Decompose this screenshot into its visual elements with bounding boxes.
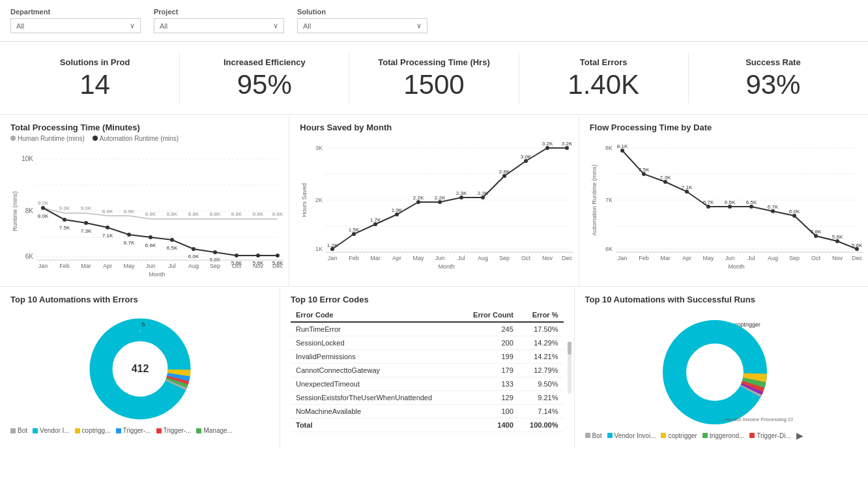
svg-text:6.0K: 6.0K [788, 209, 800, 214]
error-code-cell: SessionLocked [291, 336, 460, 350]
error-code-cell: SessionExistsforTheUserWhenUnattended [291, 391, 460, 405]
total-count: 1400 [460, 418, 519, 432]
chart-flow-svg: 8K 7K 6K Automation Runtime (mins) 8.1K … [590, 135, 863, 275]
svg-text:Feb: Feb [639, 255, 649, 261]
table-row: CannotConnecttoGateway17912.79% [291, 364, 564, 377]
flow-processing-line [622, 151, 857, 249]
table-row: UnexpectedTimeout1339.50% [291, 377, 564, 391]
svg-point-21 [41, 206, 45, 210]
svg-text:9.0K: 9.0K [81, 205, 92, 211]
svg-text:6.6K: 6.6K [145, 242, 156, 248]
svg-text:8.9K: 8.9K [102, 209, 113, 214]
kpi-errors: Total Errors 1.40K [519, 52, 689, 104]
svg-text:Feb: Feb [59, 263, 70, 269]
chart-hours-saved: Hours Saved by Month 3K 2K 1K Hours Save… [289, 115, 579, 286]
svg-text:May: May [413, 255, 425, 261]
svg-text:Apr: Apr [682, 255, 691, 261]
svg-point-32 [276, 254, 280, 257]
svg-text:Month: Month [149, 271, 165, 276]
donut-errors-title: Top 10 Automations with Errors [10, 295, 269, 304]
svg-text:5.6K: 5.6K [851, 242, 862, 248]
svg-text:10K: 10K [22, 155, 33, 162]
legend-more[interactable]: ▶ [796, 430, 803, 441]
scroll-bar[interactable] [568, 342, 571, 394]
svg-text:Apr: Apr [392, 255, 401, 261]
svg-text:7.5K: 7.5K [638, 167, 649, 173]
svg-point-23 [84, 221, 88, 225]
svg-text:1.7K: 1.7K [370, 217, 381, 223]
solution-filter: Solution All ∨ [297, 8, 427, 33]
svg-text:8.1K: 8.1K [616, 143, 628, 149]
error-count-cell: 129 [460, 391, 519, 405]
solution-label: Solution [297, 8, 427, 16]
kpi-processing-label: Total Processing Time (Hrs) [360, 57, 508, 67]
svg-text:Month: Month [728, 263, 744, 270]
svg-point-27 [170, 238, 174, 242]
solution-select[interactable]: All ∨ [297, 18, 427, 33]
svg-text:Jan: Jan [38, 263, 48, 269]
donut-success-legend: Bot Vendor Invoi... coptrigger triggeron… [585, 430, 858, 441]
legend-trigger2: Trigger-... [156, 427, 192, 434]
chart-hours-title: Hours Saved by Month [300, 123, 568, 132]
table-row: RunTimeError24517.50% [291, 322, 564, 336]
svg-text:5.6K: 5.6K [832, 234, 843, 240]
svg-text:5.8K: 5.8K [810, 229, 821, 235]
svg-text:Jul: Jul [747, 255, 755, 261]
human-runtime-line [43, 208, 278, 219]
svg-text:9.0K: 9.0K [59, 205, 70, 211]
kpi-solutions: Solutions in Prod 14 [10, 52, 180, 104]
legend-trigger1: Trigger-... [116, 427, 151, 434]
kpi-processing: Total Processing Time (Hrs) 1500 [349, 52, 519, 104]
svg-text:8.8K: 8.8K [210, 211, 221, 217]
table-row: NoMachineAvailable1007.14% [291, 405, 564, 418]
svg-text:7.3K: 7.3K [659, 175, 671, 181]
svg-text:7.5K: 7.5K [59, 225, 70, 231]
svg-point-29 [213, 250, 217, 254]
svg-text:2.3K: 2.3K [478, 190, 489, 196]
error-code-cell: RunTimeError [291, 322, 460, 336]
legend-manage: Manage... [196, 427, 232, 434]
error-pct-cell: 9.21% [519, 391, 564, 405]
legend-success-vendor: Vendor Invoi... [607, 432, 656, 439]
hours-saved-line [332, 148, 567, 249]
error-pct-cell: 14.29% [519, 336, 564, 350]
svg-text:6K: 6K [605, 246, 613, 252]
svg-text:2K: 2K [315, 197, 323, 203]
svg-text:Jan: Jan [617, 255, 627, 261]
col-error-pct: Error % [519, 308, 564, 322]
svg-text:6.0K: 6.0K [188, 254, 199, 259]
kpi-efficiency-value: 95% [190, 71, 338, 98]
error-codes-title: Top 10 Error Codes [291, 295, 564, 304]
donut-errors-legend: Bot Vendor I... coptrigg... Trigger-... … [10, 427, 269, 434]
donut-success-panel: Top 10 Automations with Successful Runs … [575, 287, 869, 448]
kpi-success-label: Success Rate [699, 57, 847, 67]
project-filter: Project All ∨ [154, 8, 284, 33]
svg-text:Month: Month [439, 263, 455, 270]
automation-runtime-line [43, 208, 278, 256]
svg-point-30 [235, 254, 239, 257]
error-codes-panel: Top 10 Error Codes Error Code Error Coun… [280, 287, 575, 448]
error-count-cell: 245 [460, 322, 519, 336]
department-select[interactable]: All ∨ [10, 18, 141, 33]
svg-text:1.2K: 1.2K [327, 242, 338, 248]
svg-text:3.0K: 3.0K [521, 154, 532, 160]
error-code-cell: NoMachineAvailable [291, 405, 460, 418]
svg-text:6.7K: 6.7K [702, 199, 714, 205]
svg-text:8.9K: 8.9K [124, 209, 135, 214]
project-select[interactable]: All ∨ [154, 18, 284, 33]
svg-text:May: May [123, 263, 135, 269]
svg-point-25 [127, 233, 131, 237]
kpi-errors-value: 1.40K [530, 71, 678, 98]
svg-text:5: 5 [141, 321, 145, 328]
error-code-cell: InvalidPermissions [291, 350, 460, 364]
kpi-success: Success Rate 93% [689, 52, 858, 104]
error-codes-scroll[interactable]: Error Code Error Count Error % RunTimeEr… [291, 308, 564, 432]
svg-text:1.9K: 1.9K [392, 207, 403, 213]
kpi-errors-label: Total Errors [530, 57, 678, 67]
error-pct-cell: 14.21% [519, 350, 564, 364]
svg-text:Mar: Mar [660, 255, 671, 261]
chart-hours-svg: 3K 2K 1K Hours Saved 1.2K 1.5K 1.7K 1.9 [300, 135, 573, 275]
legend-success-bot: Bot [585, 432, 602, 439]
svg-text:7.1K: 7.1K [681, 184, 692, 190]
svg-text:8.8K: 8.8K [272, 211, 283, 217]
